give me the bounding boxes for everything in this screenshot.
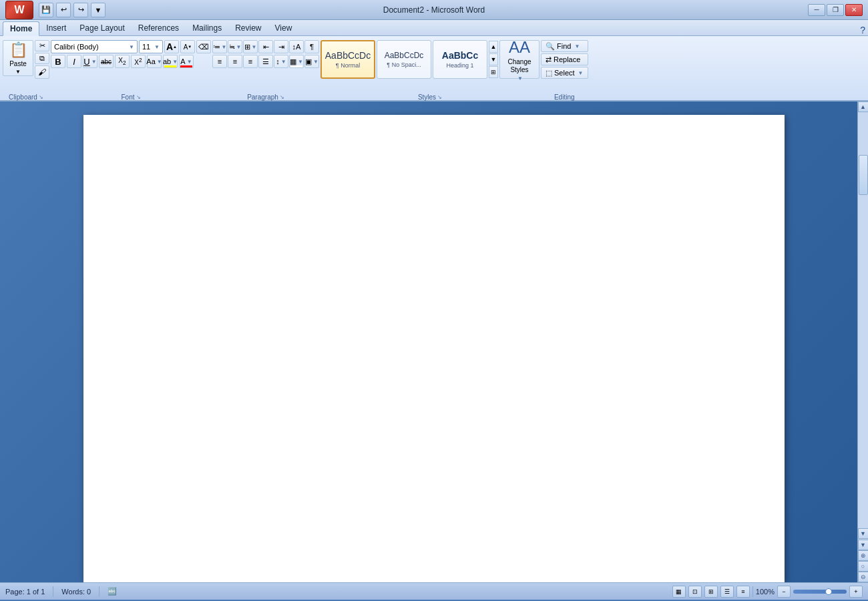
styles-scroll-down[interactable]: ▼ — [489, 53, 498, 65]
tab-insert[interactable]: Insert — [39, 21, 73, 35]
change-styles-icon: AA — [509, 38, 530, 57]
numbering-button[interactable]: ≒▼ — [228, 40, 242, 53]
view-draft[interactable]: ≡ — [736, 586, 750, 598]
tab-page-layout[interactable]: Page Layout — [73, 21, 131, 35]
view-full-screen[interactable]: ⊡ — [688, 586, 702, 598]
language-icon: 🔤 — [107, 587, 117, 596]
bold-button[interactable]: B — [51, 55, 65, 68]
underline-button[interactable]: U ▼ — [83, 55, 97, 68]
titlebar: W 💾 ↩ ↪ ▼ Document2 - Microsoft Word ─ ❐… — [0, 0, 868, 20]
zoom-decrease-button[interactable]: − — [777, 586, 791, 598]
copy-icon: ⧉ — [39, 54, 45, 63]
paragraph-expand-icon[interactable]: ↘ — [280, 94, 284, 100]
replace-button[interactable]: ⇄ Replace — [541, 53, 588, 65]
zoom-increase-button[interactable]: + — [849, 586, 863, 598]
multilevel-list-button[interactable]: ⊞▼ — [243, 40, 258, 53]
qat-customize-button[interactable]: ▼ — [91, 3, 105, 17]
office-button[interactable]: W — [5, 1, 33, 19]
copy-button[interactable]: ⧉ — [35, 53, 49, 64]
bullets-button[interactable]: ≔▼ — [212, 40, 227, 53]
show-paragraph-button[interactable]: ¶ — [304, 40, 319, 53]
bold-icon: B — [55, 57, 61, 67]
borders-button[interactable]: ▣▼ — [304, 55, 319, 68]
zoom-slider-thumb[interactable] — [825, 588, 832, 595]
tab-references[interactable]: References — [132, 21, 186, 35]
restore-button[interactable]: ❐ — [827, 4, 844, 16]
view-print-layout[interactable]: ▦ — [672, 586, 686, 598]
styles-scroll-up[interactable]: ▲ — [489, 41, 498, 53]
tab-view[interactable]: View — [268, 21, 299, 35]
styles-group: AaBbCcDc ¶ Normal AaBbCcDc ¶ No Spaci...… — [320, 39, 539, 102]
scroll-down-button[interactable]: ▼ — [858, 528, 869, 539]
change-case-button[interactable]: Aa ▼ — [147, 55, 162, 68]
vertical-scrollbar[interactable]: ▲ ▼ ▼ ⊕ ○ ⊖ — [857, 102, 868, 582]
qat-save-button[interactable]: 💾 — [39, 3, 53, 17]
shading-button[interactable]: ▦▼ — [289, 55, 304, 68]
justify-icon: ☰ — [262, 57, 269, 66]
font-name-selector[interactable]: Calibri (Body) ▼ — [51, 40, 138, 53]
style-heading1[interactable]: AaBbCc Heading 1 — [433, 40, 487, 79]
scroll-next-page[interactable]: ▼ — [858, 540, 869, 550]
font-grow-button[interactable]: A▲ — [164, 40, 179, 53]
change-case-dropdown: ▼ — [157, 59, 162, 65]
view-web-layout[interactable]: ⊞ — [704, 586, 718, 598]
paste-button[interactable]: 📋 Paste ▼ — [3, 40, 33, 76]
style-no-spacing[interactable]: AaBbCcDc ¶ No Spaci... — [377, 40, 431, 79]
align-left-button[interactable]: ≡ — [212, 55, 227, 68]
paste-icon: 📋 — [9, 41, 27, 59]
italic-button[interactable]: I — [67, 55, 81, 68]
superscript-button[interactable]: X2 — [131, 55, 146, 68]
scroll-up-button[interactable]: ▲ — [858, 102, 869, 112]
highlight-color-button[interactable]: ab ▼ — [163, 55, 178, 68]
qat-undo-button[interactable]: ↩ — [56, 3, 71, 17]
zoom-in-scroll[interactable]: ⊕ — [858, 550, 869, 561]
document-page[interactable] — [83, 115, 785, 582]
zoom-slider[interactable] — [793, 590, 847, 594]
clipboard-expand-icon[interactable]: ↘ — [39, 94, 43, 100]
zoom-center[interactable]: ○ — [858, 561, 869, 572]
cut-button[interactable]: ✂ — [35, 40, 49, 51]
find-button[interactable]: 🔍 Find ▼ — [541, 40, 588, 52]
minimize-button[interactable]: ─ — [808, 4, 825, 16]
font-color-button[interactable]: A ▼ — [179, 55, 194, 68]
subscript-button[interactable]: X2 — [115, 55, 130, 68]
statusbar-right: ▦ ⊡ ⊞ ☰ ≡ 100% − + — [672, 586, 863, 598]
font-label: Font ↘ — [51, 92, 211, 102]
view-outline[interactable]: ☰ — [720, 586, 734, 598]
styles-expand-icon[interactable]: ↘ — [437, 94, 442, 100]
editing-label: Editing — [541, 92, 588, 102]
styles-more[interactable]: ⊞ — [489, 66, 498, 78]
clipboard-group: 📋 Paste ▼ ✂ ⧉ 🖌 Clipboard ↘ — [3, 39, 49, 102]
font-shrink-button[interactable]: A▼ — [180, 40, 195, 53]
zoom-out-scroll[interactable]: ⊖ — [858, 572, 869, 582]
strikethrough-button[interactable]: abc — [99, 55, 114, 68]
align-center-button[interactable]: ≡ — [228, 55, 242, 68]
tab-review[interactable]: Review — [228, 21, 268, 35]
style-normal[interactable]: AaBbCcDc ¶ Normal — [320, 40, 375, 79]
format-painter-button[interactable]: 🖌 — [35, 65, 49, 79]
change-styles-button[interactable]: AA ChangeStyles ▼ — [499, 40, 539, 79]
change-case-icon: Aa — [146, 57, 155, 65]
decrease-indent-button[interactable]: ⇤ — [258, 40, 273, 53]
font-size-selector[interactable]: 11 ▼ — [139, 40, 163, 53]
font-color-dropdown: ▼ — [187, 59, 192, 65]
scroll-thumb[interactable] — [859, 155, 868, 195]
clear-formatting-button[interactable]: ⌫ — [196, 40, 211, 53]
increase-indent-button[interactable]: ⇥ — [274, 40, 288, 53]
select-button[interactable]: ⬚ Select ▼ — [541, 67, 588, 79]
qat-redo-button[interactable]: ↪ — [73, 3, 88, 17]
align-right-button[interactable]: ≡ — [243, 55, 258, 68]
tab-mailings[interactable]: Mailings — [186, 21, 228, 35]
select-dropdown: ▼ — [578, 70, 584, 76]
help-button[interactable]: ? — [860, 25, 865, 35]
change-styles-dropdown: ▼ — [517, 75, 523, 81]
sort-button[interactable]: ↕A — [289, 40, 304, 53]
highlight-dropdown: ▼ — [172, 59, 178, 65]
close-button[interactable]: ✕ — [845, 4, 863, 16]
tab-home[interactable]: Home — [3, 21, 39, 36]
decrease-indent-icon: ⇤ — [263, 43, 269, 51]
font-expand-icon[interactable]: ↘ — [136, 94, 141, 100]
line-spacing-button[interactable]: ↕▼ — [274, 55, 288, 68]
justify-button[interactable]: ☰ — [258, 55, 273, 68]
office-logo: W — [14, 4, 24, 16]
